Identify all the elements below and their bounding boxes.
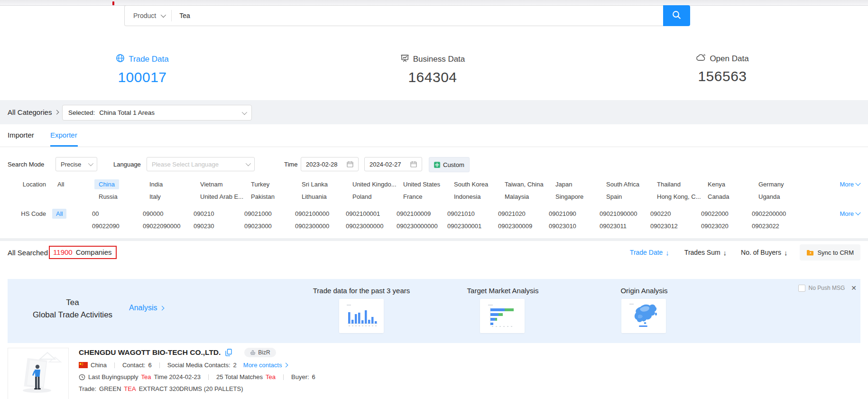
all-categories-button[interactable]: All Categories <box>8 100 58 124</box>
location-item[interactable]: Taiwan, China <box>498 179 549 189</box>
location-all[interactable]: All <box>46 179 92 188</box>
hs-code-item[interactable]: 090230 <box>194 221 244 230</box>
location-item[interactable]: Singapore <box>549 192 600 200</box>
company-thumbnail[interactable] <box>8 348 69 399</box>
hs-code-item[interactable]: 09022090 <box>92 221 143 230</box>
search-mode-value: Precise <box>61 161 81 168</box>
stat-open-data[interactable]: Open Data 156563 <box>661 54 784 84</box>
hs-code-item[interactable]: 09021020 <box>498 209 549 217</box>
hs-code-item[interactable]: 0902100009 <box>397 209 447 217</box>
hs-code-item[interactable]: 09023020 <box>701 221 752 230</box>
hs-code-item[interactable]: 0902100001 <box>346 209 397 217</box>
location-item[interactable]: Germany <box>752 179 803 189</box>
sort-no-of-buyers[interactable]: No. of Buyers ↓ <box>741 249 787 257</box>
location-item[interactable]: United Kingdo... <box>346 179 397 189</box>
calendar-icon <box>410 161 417 167</box>
hs-code-item[interactable]: 0902100000 <box>295 209 346 217</box>
location-item[interactable]: Indonesia <box>447 192 498 200</box>
location-item[interactable]: Vietnam <box>194 179 244 189</box>
search-box: Product <box>124 5 663 26</box>
hs-code-item[interactable]: 09023000 <box>244 221 295 230</box>
hs-code-item[interactable]: 09021000 <box>244 209 295 217</box>
trade-chart-thumbnail[interactable] <box>339 299 384 333</box>
location-item[interactable]: Hong Kong, C... <box>650 192 701 200</box>
location-item[interactable]: Poland <box>346 192 397 200</box>
location-item[interactable]: Malaysia <box>498 192 549 200</box>
hs-code-item[interactable]: 09022090000 <box>143 221 194 230</box>
hs-code-item[interactable]: 090210 <box>194 209 244 217</box>
language-placeholder: Please Select Language <box>152 161 219 168</box>
bizr-badge[interactable]: BizR <box>244 348 276 357</box>
search-mode-select[interactable]: Precise <box>55 157 97 171</box>
trade-thumb-title: Trade data for the past 3 years <box>300 287 423 295</box>
company-name[interactable]: CHENGDU WAGOTT BIO-TECH CO.,LTD. <box>79 348 221 357</box>
more-contacts-link[interactable]: More contacts <box>243 362 288 369</box>
search-category-select[interactable]: Product <box>125 12 171 19</box>
hs-code-item[interactable]: 0902200000 <box>752 209 803 217</box>
close-icon[interactable]: ✕ <box>851 284 857 292</box>
stat-business-data[interactable]: Business Data 164304 <box>371 54 494 85</box>
location-item[interactable]: India <box>143 179 194 189</box>
hs-code-item[interactable]: 0902300001 <box>447 221 498 230</box>
location-item[interactable]: France <box>397 192 447 200</box>
sync-label: Sync to CRM <box>817 249 854 256</box>
location-item[interactable]: South Korea <box>447 179 498 189</box>
hs-code-item[interactable]: 090230000000 <box>397 221 447 230</box>
location-item[interactable]: Thailand <box>650 179 701 189</box>
hs-code-item[interactable]: 09022000 <box>701 209 752 217</box>
analysis-link[interactable]: Analysis <box>129 304 164 312</box>
hs-code-item[interactable]: 09021090 <box>549 209 600 217</box>
location-item[interactable]: United States <box>397 179 447 189</box>
location-item[interactable]: Uganda <box>752 192 803 200</box>
location-item[interactable]: Italy <box>143 192 194 200</box>
origin-map-thumbnail[interactable] <box>621 299 666 333</box>
stamp-icon <box>250 350 256 355</box>
tab-importer[interactable]: Importer <box>8 124 34 145</box>
selected-areas-dropdown[interactable]: Selected: China Total 1 Areas <box>62 105 252 121</box>
social-label: Social Media Contacts: <box>167 362 231 369</box>
search-button[interactable] <box>663 5 690 26</box>
hs-code-item[interactable]: 00 <box>92 209 143 217</box>
copy-icon[interactable] <box>225 349 232 356</box>
no-push-checkbox[interactable] <box>798 285 805 292</box>
location-item[interactable]: Lithuania <box>295 192 346 200</box>
location-item[interactable]: Turkey <box>244 179 295 189</box>
search-input[interactable] <box>172 12 663 19</box>
chevron-right-icon <box>284 363 288 368</box>
hs-code-item[interactable]: 09021090000 <box>600 209 650 217</box>
sort-trade-date[interactable]: Trade Date ↓ <box>630 249 669 257</box>
location-more-button[interactable]: More <box>840 181 860 188</box>
hs-code-item[interactable]: 0902300000 <box>295 221 346 230</box>
date-to-picker[interactable]: 2024-02-27 <box>364 157 422 171</box>
sync-to-crm-button[interactable]: Sync to CRM <box>800 244 860 260</box>
hs-code-item[interactable]: 090000 <box>143 209 194 217</box>
custom-time-button[interactable]: Custom <box>429 157 470 172</box>
location-item[interactable]: Pakistan <box>244 192 295 200</box>
location-item[interactable]: Japan <box>549 179 600 189</box>
chevron-down-icon <box>855 210 860 215</box>
hs-code-more-button[interactable]: More <box>840 210 860 217</box>
tab-exporter[interactable]: Exporter <box>50 124 77 145</box>
hs-code-item[interactable]: 09023022 <box>752 221 803 230</box>
location-item-selected[interactable]: China <box>92 179 143 189</box>
location-item[interactable]: Russia <box>92 192 143 200</box>
location-item[interactable]: Kenya <box>701 179 752 189</box>
hs-code-item[interactable]: 09023010 <box>549 221 600 230</box>
location-item[interactable]: Sri Lanka <box>295 179 346 189</box>
location-item[interactable]: South Africa <box>600 179 650 189</box>
sort-trades-sum[interactable]: Trades Sum ↓ <box>684 249 727 257</box>
target-market-thumbnail[interactable] <box>480 299 525 333</box>
hs-code-item[interactable]: 09023011 <box>600 221 650 230</box>
hs-code-item[interactable]: 0902300009 <box>498 221 549 230</box>
hs-code-item[interactable]: 09023012 <box>650 221 701 230</box>
location-item[interactable]: Canada <box>701 192 752 200</box>
stat-trade-data[interactable]: Trade Data 100017 <box>81 54 204 85</box>
language-select[interactable]: Please Select Language <box>147 157 255 171</box>
hs-code-all[interactable]: All <box>46 209 92 219</box>
hs-code-item[interactable]: 09023000000 <box>346 221 397 230</box>
hs-code-item[interactable]: 09021010 <box>447 209 498 217</box>
location-item[interactable]: United Arab E... <box>194 192 244 200</box>
date-from-picker[interactable]: 2023-02-28 <box>301 157 359 171</box>
hs-code-item[interactable]: 090220 <box>650 209 701 217</box>
location-item[interactable]: Spain <box>600 192 650 200</box>
